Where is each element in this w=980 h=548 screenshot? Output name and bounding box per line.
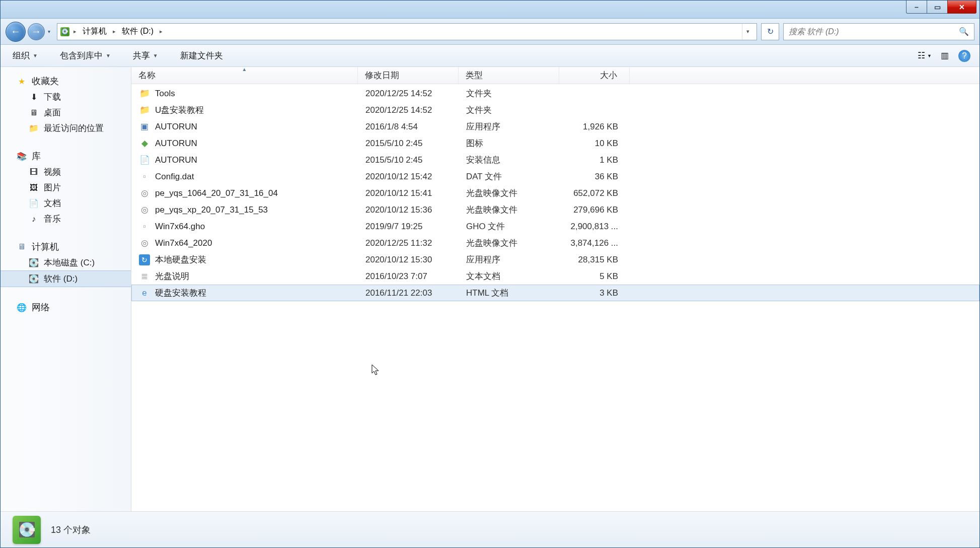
file-date-cell: 2015/5/10 2:45	[358, 139, 459, 149]
refresh-icon: ↻	[767, 27, 774, 36]
file-name-label: Config.dat	[155, 172, 194, 182]
sidebar-network[interactable]: 🌐 网络	[1, 299, 131, 315]
file-row[interactable]: ◎pe_yqs_xp_20_07_31_15_532020/10/12 15:3…	[131, 201, 979, 218]
search-input[interactable]	[789, 27, 959, 36]
sidebar-computer-group: 🖥 计算机 💽本地磁盘 (C:)💽软件 (D:)	[1, 239, 131, 287]
ico-icon: ◆	[139, 138, 150, 149]
nav-history-dropdown[interactable]: ▾	[45, 22, 53, 42]
minimize-icon: –	[915, 3, 919, 11]
sidebar-favorites[interactable]: ★ 收藏夹	[1, 73, 131, 89]
sidebar-drive-item-0[interactable]: 💽本地磁盘 (C:)	[1, 255, 131, 270]
col-name-label: 名称	[138, 70, 156, 81]
include-library-menu[interactable]: 包含到库中▼	[57, 48, 114, 63]
refresh-button[interactable]: ↻	[761, 23, 779, 40]
file-date-cell: 2016/10/23 7:07	[358, 271, 459, 282]
sidebar-item-0[interactable]: ⬇下载	[1, 89, 131, 105]
inf-icon: 📄	[139, 155, 150, 166]
file-row[interactable]: ◎Win7x64_20202020/12/25 11:32光盘映像文件3,874…	[131, 235, 979, 251]
file-size-cell: 3,874,126 ...	[560, 238, 630, 248]
new-folder-button[interactable]: 新建文件夹	[177, 48, 226, 63]
sidebar-computer[interactable]: 🖥 计算机	[1, 239, 131, 255]
column-header-type[interactable]: 类型	[459, 67, 559, 84]
chevron-right-icon[interactable]: ▸	[158, 28, 165, 35]
file-date-cell: 2020/10/12 15:42	[358, 172, 459, 182]
share-menu[interactable]: 共享▼	[130, 48, 161, 63]
file-row[interactable]: ▫Config.dat2020/10/12 15:42DAT 文件36 KB	[131, 168, 979, 185]
html-icon: e	[139, 288, 150, 299]
preview-pane-icon: ▥	[941, 50, 949, 61]
address-bar[interactable]: 💽 ▸ 计算机 ▸ 软件 (D:) ▸ ▾	[57, 23, 757, 40]
sidebar-lib-item-0[interactable]: 🎞视频	[1, 164, 131, 180]
file-row[interactable]: 📁U盘安装教程2020/12/25 14:52文件夹	[131, 102, 979, 118]
file-row[interactable]: e硬盘安装教程2016/11/21 22:03HTML 文档3 KB	[131, 285, 979, 301]
file-date-cell: 2020/12/25 14:52	[358, 89, 459, 99]
breadcrumb-seg1-label: 计算机	[83, 26, 107, 37]
navbar: ← → ▾ 💽 ▸ 计算机 ▸ 软件 (D:) ▸ ▾ ↻ 🔍	[1, 19, 979, 45]
file-name-label: Tools	[155, 89, 175, 99]
file-name-label: U盘安装教程	[155, 104, 204, 116]
file-name-cell: ◎pe_yqs_1064_20_07_31_16_04	[132, 188, 358, 199]
sidebar-lib-item-1[interactable]: 🖼图片	[1, 180, 131, 195]
exe-icon: ▣	[139, 121, 150, 132]
col-size-label: 大小	[600, 70, 617, 81]
help-button[interactable]: ?	[958, 50, 970, 62]
file-type-cell: 应用程序	[459, 254, 560, 265]
maximize-button[interactable]: ▭	[927, 1, 948, 14]
file-type-cell: 文件夹	[459, 88, 560, 99]
file-size-cell: 3 KB	[560, 288, 630, 298]
sidebar-item-icon: 📁	[29, 123, 39, 133]
column-header-date[interactable]: 修改日期	[358, 67, 459, 84]
column-header-name[interactable]: 名称 ▲	[131, 67, 358, 84]
view-list-icon: ☷	[918, 50, 925, 61]
file-size-cell: 279,696 KB	[560, 205, 630, 215]
file-date-cell: 2020/10/12 15:41	[358, 188, 459, 198]
share-label: 共享	[133, 50, 150, 61]
toolbar: 组织▼ 包含到库中▼ 共享▼ 新建文件夹 ☷▼ ▥ ?	[1, 45, 979, 67]
file-name-cell: ▣AUTORUN	[132, 121, 358, 132]
sidebar-lib-item-2[interactable]: 📄文档	[1, 195, 131, 211]
sidebar-computer-label: 计算机	[32, 241, 59, 253]
file-type-cell: 光盘映像文件	[459, 204, 560, 216]
file-size-cell: 652,072 KB	[560, 188, 630, 198]
drive-icon: 💽	[60, 27, 69, 36]
sidebar-lib-item-3[interactable]: ♪音乐	[1, 211, 131, 227]
sidebar-libraries[interactable]: 📚 库	[1, 148, 131, 164]
iso-icon: ◎	[139, 204, 150, 216]
file-type-cell: 光盘映像文件	[459, 237, 560, 249]
file-name-label: AUTORUN	[155, 155, 197, 165]
forward-button[interactable]: →	[28, 23, 45, 40]
column-header-size[interactable]: 大小	[559, 67, 630, 84]
file-row[interactable]: ◆AUTORUN2015/5/10 2:45图标10 KB	[131, 135, 979, 152]
back-button[interactable]: ←	[6, 22, 26, 42]
minimize-button[interactable]: –	[906, 1, 927, 14]
file-row[interactable]: ↻本地硬盘安装2020/10/12 15:30应用程序28,315 KB	[131, 251, 979, 268]
file-row[interactable]: 📄AUTORUN2015/5/10 2:45安装信息1 KB	[131, 152, 979, 168]
file-list[interactable]: 📁Tools2020/12/25 14:52文件夹📁U盘安装教程2020/12/…	[131, 84, 979, 511]
txt-icon: ≣	[139, 271, 150, 282]
breadcrumb-seg2-label: 软件 (D:)	[122, 26, 154, 37]
file-row[interactable]: ▫Win7x64.gho2019/9/7 19:25GHO 文件2,900,81…	[131, 218, 979, 235]
file-type-cell: 安装信息	[459, 154, 560, 166]
drive-icon: 💽	[29, 258, 39, 268]
sidebar-drive-item-1[interactable]: 💽软件 (D:)	[1, 270, 131, 287]
chevron-right-icon[interactable]: ▸	[71, 28, 79, 35]
breadcrumb-computer[interactable]: 计算机	[81, 24, 109, 40]
view-mode-button[interactable]: ☷▼	[918, 49, 931, 62]
organize-menu[interactable]: 组织▼	[10, 48, 41, 63]
sidebar-item-1[interactable]: 🖥桌面	[1, 105, 131, 120]
sidebar-item-icon: ♪	[29, 214, 39, 224]
titlebar: – ▭ ✕	[1, 1, 979, 19]
file-row[interactable]: ▣AUTORUN2016/1/8 4:54应用程序1,926 KB	[131, 118, 979, 135]
address-dropdown[interactable]: ▾	[742, 24, 753, 40]
chevron-right-icon[interactable]: ▸	[111, 28, 118, 35]
preview-pane-button[interactable]: ▥	[938, 49, 951, 62]
search-box[interactable]: 🔍	[783, 23, 974, 40]
sidebar-item-2[interactable]: 📁最近访问的位置	[1, 120, 131, 136]
breadcrumb-drive[interactable]: 软件 (D:)	[120, 24, 156, 40]
file-row[interactable]: ◎pe_yqs_1064_20_07_31_16_042020/10/12 15…	[131, 185, 979, 201]
file-type-cell: 应用程序	[459, 121, 560, 132]
file-name-label: pe_yqs_1064_20_07_31_16_04	[155, 188, 278, 198]
file-row[interactable]: ≣光盘说明2016/10/23 7:07文本文档5 KB	[131, 268, 979, 285]
file-row[interactable]: 📁Tools2020/12/25 14:52文件夹	[131, 85, 979, 102]
close-button[interactable]: ✕	[947, 1, 976, 14]
